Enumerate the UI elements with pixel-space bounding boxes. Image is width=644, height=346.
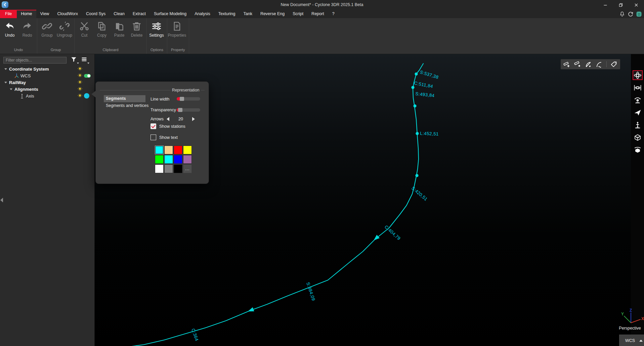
transparency-slider[interactable]: [177, 108, 200, 112]
menu-item-clean[interactable]: Clean: [110, 10, 129, 18]
color-swatch[interactable]: [183, 155, 192, 164]
measure-add-icon[interactable]: [563, 61, 570, 68]
bulb-icon[interactable]: [78, 93, 82, 98]
orbit-constrained-button[interactable]: [633, 83, 643, 92]
unlink-icon: [59, 21, 70, 31]
cut-button[interactable]: Cut: [76, 21, 93, 38]
menu-item-report[interactable]: Report: [307, 10, 328, 18]
menu-item-coord-sys[interactable]: Coord Sys: [82, 10, 110, 18]
turntable-button[interactable]: [633, 145, 643, 155]
tree-menu-icon[interactable]: [81, 56, 87, 64]
trash-icon: [132, 21, 142, 31]
redo-button[interactable]: Redo: [18, 21, 36, 38]
station-vertex[interactable]: [416, 132, 419, 135]
close-button[interactable]: [629, 0, 644, 10]
bell-icon[interactable]: [619, 11, 625, 17]
bulb-icon[interactable]: [78, 87, 82, 91]
angle-profile-icon[interactable]: [596, 61, 603, 68]
copy-button[interactable]: Copy: [93, 21, 111, 38]
mode-segments[interactable]: Segments: [104, 95, 145, 102]
bulb-icon[interactable]: [78, 73, 82, 78]
menu-item-surface-modeling[interactable]: Surface Modeling: [150, 10, 190, 18]
menu-item-analysis[interactable]: Analysis: [190, 10, 214, 18]
button-label: Properties: [168, 33, 186, 38]
menu-item-file[interactable]: File: [0, 10, 17, 18]
color-swatch[interactable]: [164, 146, 173, 154]
menu-item-tank[interactable]: Tank: [239, 10, 256, 18]
settings-button[interactable]: Settings: [148, 21, 165, 38]
station-vertex[interactable]: [415, 174, 418, 177]
menu-item-view[interactable]: View: [36, 10, 53, 18]
color-swatch[interactable]: [183, 146, 192, 154]
axis-triad: Z Y X: [617, 308, 644, 325]
tree-row-railway[interactable]: RailWay: [0, 79, 94, 86]
station-vertex[interactable]: [411, 86, 414, 89]
show-stations-checkbox[interactable]: [151, 123, 156, 129]
ungroup-button[interactable]: Ungroup: [56, 21, 73, 38]
menu-item-cloudworx[interactable]: CloudWorx: [53, 10, 82, 18]
minimize-button[interactable]: [598, 0, 613, 10]
menu-item-extract[interactable]: Extract: [129, 10, 150, 18]
coordinate-system-selector[interactable]: WCS: [619, 335, 644, 346]
undo-button[interactable]: Undo: [1, 21, 18, 38]
station-vertex[interactable]: [413, 104, 416, 107]
expander-icon[interactable]: [4, 68, 9, 70]
properties-button[interactable]: Properties: [168, 21, 186, 38]
walk-icon: [634, 121, 642, 129]
line-width-slider[interactable]: [177, 97, 200, 101]
view-cube-button[interactable]: [633, 132, 643, 142]
station-label: L:452,51: [420, 131, 439, 137]
station-vertex[interactable]: [415, 72, 418, 75]
tray: [619, 10, 642, 18]
expander-icon[interactable]: [4, 82, 9, 83]
tree-item-label: RailWay: [9, 80, 26, 85]
menu-item-script[interactable]: Script: [289, 10, 307, 18]
menu-item-texturing[interactable]: Texturing: [214, 10, 240, 18]
mode-segments-and-vertices[interactable]: Segments and vertices: [104, 102, 151, 109]
paste-button[interactable]: Paste: [111, 21, 128, 38]
panel-collapse-icon[interactable]: [0, 198, 3, 202]
walk-button[interactable]: [633, 120, 643, 130]
restore-button[interactable]: [613, 0, 629, 10]
filter-objects-input[interactable]: [3, 57, 67, 64]
color-swatch[interactable]: [174, 164, 182, 173]
assistant-icon[interactable]: [636, 11, 642, 17]
tree-row-alignments[interactable]: Alignments: [0, 86, 94, 92]
tree-item-label: Alignments: [14, 87, 38, 92]
color-swatch[interactable]: [174, 155, 182, 164]
measure-diamond-icon[interactable]: [574, 61, 581, 68]
arrows-increase-icon[interactable]: [192, 117, 195, 121]
tree-row-coordinate-system[interactable]: Coordinate System: [0, 66, 94, 72]
color-swatch[interactable]: [174, 146, 182, 154]
examine-button[interactable]: [633, 95, 643, 105]
bulb-icon[interactable]: [78, 80, 82, 85]
orbit-button[interactable]: [633, 70, 643, 80]
sync-icon[interactable]: [628, 11, 634, 17]
undo-icon: [5, 21, 15, 31]
arrows-decrease-icon[interactable]: [167, 117, 169, 121]
color-swatch[interactable]: [164, 155, 173, 164]
color-swatch[interactable]: [155, 164, 164, 173]
color-swatch[interactable]: [155, 155, 164, 164]
object-color-dot[interactable]: [84, 93, 89, 99]
show-text-checkbox[interactable]: [151, 134, 156, 140]
filter-funnel-icon[interactable]: [71, 56, 77, 64]
tree-row-axis[interactable]: Axis: [0, 92, 94, 99]
color-swatch[interactable]: [155, 146, 164, 154]
color-palette: ...: [155, 146, 192, 173]
visibility-toggle[interactable]: [84, 74, 91, 78]
menu-item-reverse-eng[interactable]: Reverse Eng: [256, 10, 289, 18]
angle-icon[interactable]: [585, 61, 592, 68]
bulb-icon[interactable]: [78, 67, 82, 71]
tag-icon[interactable]: [610, 61, 617, 68]
delete-button[interactable]: Delete: [128, 21, 145, 38]
orbit-constrained-icon: [634, 84, 642, 92]
expander-icon[interactable]: [10, 88, 14, 90]
tree-row-wcs[interactable]: WCS: [0, 72, 94, 79]
group-button[interactable]: Group: [38, 21, 56, 38]
fly-button[interactable]: [633, 108, 643, 117]
menu-item-home[interactable]: Home: [17, 10, 36, 18]
color-swatch[interactable]: [164, 164, 173, 173]
menu-item-help[interactable]: ?: [328, 10, 339, 18]
more-colors-button[interactable]: ...: [183, 164, 192, 173]
